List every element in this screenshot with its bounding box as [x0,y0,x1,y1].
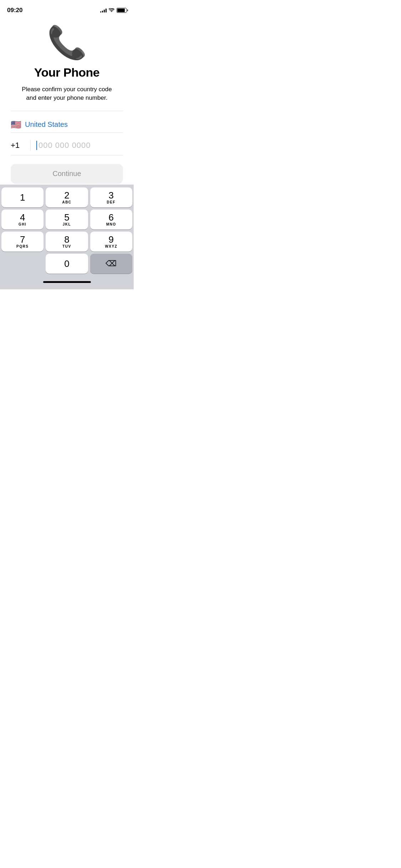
country-name: United States [25,120,68,129]
wifi-icon [109,8,114,12]
country-divider [11,133,123,133]
input-divider [30,140,31,151]
keyboard-row-3: 7 PQRS 8 TUV 9 WXYZ [1,232,132,252]
keyboard: 1 2 ABC 3 DEF 4 GHI 5 JKL 6 MNO 7 PQRS 8 [0,185,134,289]
phone-row: +1 000 000 0000 [11,136,123,155]
key-9[interactable]: 9 WXYZ [90,232,132,252]
key-2[interactable]: 2 ABC [46,187,88,207]
home-bar [43,281,91,283]
page-title: Your Phone [34,66,99,79]
main-content: 📞 Your Phone Please confirm your country… [0,16,134,184]
keyboard-row-2: 4 GHI 5 JKL 6 MNO [1,210,132,229]
phone-input[interactable]: 000 000 0000 [36,141,123,150]
cursor [36,141,37,150]
key-7[interactable]: 7 PQRS [1,232,43,252]
key-delete[interactable]: ⌫ [90,254,132,274]
battery-icon [117,8,127,13]
phone-input-area: +1 000 000 0000 [11,133,123,155]
status-icons [100,8,127,13]
continue-button[interactable]: Continue [11,164,123,184]
country-flag: 🇺🇸 [11,120,21,130]
key-5[interactable]: 5 JKL [46,210,88,229]
top-divider [11,111,123,111]
key-4[interactable]: 4 GHI [1,210,43,229]
keyboard-row-1: 1 2 ABC 3 DEF [1,187,132,207]
delete-icon: ⌫ [106,259,117,268]
phone-icon: 📞 [47,26,87,58]
key-0[interactable]: 0 [46,254,88,274]
key-3[interactable]: 3 DEF [90,187,132,207]
country-selector[interactable]: 🇺🇸 United States [11,117,123,133]
key-6[interactable]: 6 MNO [90,210,132,229]
phone-icon-container: 📞 [47,26,87,58]
country-code: +1 [11,141,30,150]
key-empty [1,254,43,274]
phone-placeholder: 000 000 0000 [38,141,91,150]
page-subtitle: Please confirm your country codeand ente… [22,85,112,102]
status-bar: 09:20 [0,0,134,16]
key-1[interactable]: 1 [1,187,43,207]
signal-icon [100,8,107,12]
home-indicator [1,276,132,288]
keyboard-row-4: 0 ⌫ [1,254,132,274]
key-8[interactable]: 8 TUV [46,232,88,252]
status-time: 09:20 [7,7,22,14]
